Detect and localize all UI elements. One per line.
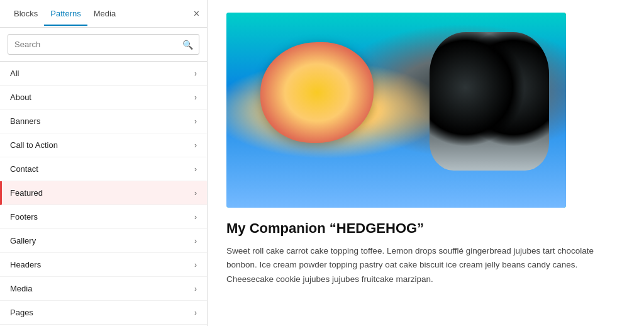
chevron-right-icon: ›: [194, 213, 197, 222]
pattern-list: All›About›Banners›Call to Action›Contact…: [0, 62, 207, 326]
tab-patterns[interactable]: Patterns: [44, 3, 87, 26]
chevron-right-icon: ›: [194, 93, 197, 102]
search-container: 🔍: [0, 28, 207, 62]
chevron-right-icon: ›: [194, 237, 197, 245]
list-item-label: Banners: [10, 116, 40, 126]
tab-blocks[interactable]: Blocks: [8, 3, 44, 26]
chevron-right-icon: ›: [194, 141, 197, 150]
content-title: My Companion “HEDGEHOG”: [226, 220, 625, 237]
right-panel: My Companion “HEDGEHOG” Sweet roll cake …: [208, 0, 644, 326]
list-item[interactable]: All›: [0, 62, 207, 86]
tab-media[interactable]: Media: [87, 3, 122, 26]
left-panel: Blocks Patterns Media × 🔍 All›About›Bann…: [0, 0, 208, 326]
list-item-label: Gallery: [10, 236, 36, 245]
list-item[interactable]: Pages›: [0, 301, 207, 325]
list-item-label: Media: [10, 284, 32, 293]
search-input[interactable]: [8, 34, 199, 55]
chevron-right-icon: ›: [194, 308, 197, 317]
featured-image: [226, 13, 566, 208]
list-item[interactable]: Headers›: [0, 253, 207, 277]
list-item-label: Headers: [10, 260, 41, 269]
list-item-label: Pages: [10, 308, 33, 317]
list-item[interactable]: Footers›: [0, 205, 207, 229]
list-item[interactable]: Gallery›: [0, 229, 207, 253]
puffer-fish-illustration: [260, 42, 374, 143]
tabs-bar: Blocks Patterns Media ×: [0, 0, 207, 28]
list-item-label: About: [10, 93, 31, 102]
chevron-right-icon: ›: [194, 69, 197, 78]
chevron-right-icon: ›: [194, 189, 197, 198]
list-item-label: All: [10, 69, 19, 78]
list-item[interactable]: Call to Action›: [0, 133, 207, 157]
chevron-right-icon: ›: [194, 261, 197, 269]
content-body: Sweet roll cake carrot cake topping toff…: [226, 244, 625, 286]
chevron-right-icon: ›: [194, 165, 197, 174]
list-item[interactable]: Banners›: [0, 110, 207, 133]
list-item-label: Contact: [10, 164, 38, 174]
list-item-label: Featured: [10, 188, 43, 198]
diver-illustration: [430, 32, 549, 171]
list-item[interactable]: About›: [0, 86, 207, 110]
list-item[interactable]: Featured›: [0, 181, 207, 205]
chevron-right-icon: ›: [194, 284, 197, 293]
close-button[interactable]: ×: [194, 9, 199, 19]
list-item[interactable]: Media›: [0, 277, 207, 301]
list-item-label: Footers: [10, 212, 38, 222]
list-item[interactable]: Contact›: [0, 157, 207, 181]
list-item-label: Call to Action: [10, 140, 58, 150]
chevron-right-icon: ›: [194, 117, 197, 126]
